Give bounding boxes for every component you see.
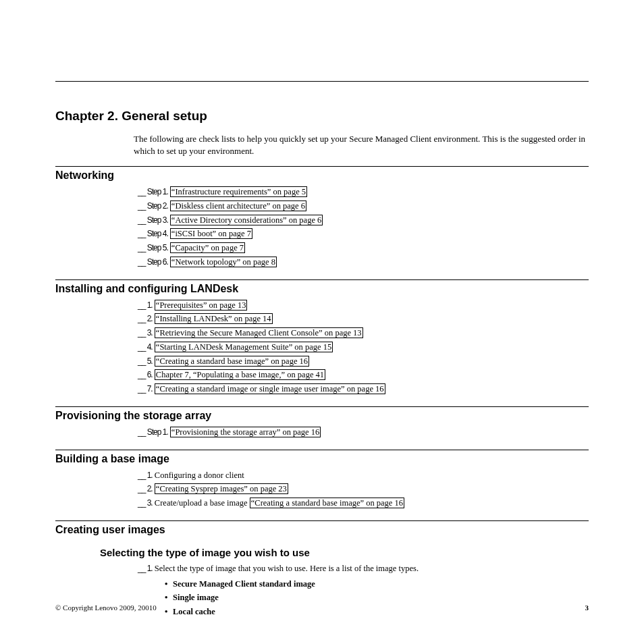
xref-link[interactable]: “Installing LANDesk” on page 14: [155, 313, 273, 324]
xref-link[interactable]: “Provisioning the storage array” on page…: [170, 427, 321, 437]
step-row: __ 2. “Installing LANDesk” on page 14: [138, 313, 589, 325]
step-row: __ 1. “Prerequisites” on page 13: [138, 299, 589, 312]
heading-landesk: Installing and configuring LANDesk: [55, 283, 589, 295]
building-steps: __ 1. Configuring a donor client __ 2. “…: [138, 469, 589, 510]
step-prefix: __ Step 6.: [138, 257, 168, 267]
xref-link[interactable]: “Active Directory considerations” on pag…: [170, 215, 323, 225]
xref-link[interactable]: “Prerequisites” on page 13: [155, 300, 248, 311]
page-number: 3: [585, 603, 589, 612]
bullet-item: •Single image: [165, 591, 589, 604]
step-prefix: __ 5.: [138, 356, 153, 366]
step-prefix: __ 1.: [138, 471, 153, 480]
step-prefix: __ Step 3.: [138, 215, 168, 225]
heading-creating: Creating user images: [55, 524, 589, 536]
step-row: __ Step 6. “Network topology” on page 8: [138, 256, 589, 269]
bullet-text: Single image: [173, 593, 219, 602]
step-prefix: __ 3.: [138, 498, 153, 508]
heading-provisioning: Provisioning the storage array: [55, 410, 589, 422]
xref-link[interactable]: “Retrieving the Secure Managed Client Co…: [155, 327, 363, 338]
section-rule: [55, 520, 589, 521]
step-prefix: __ 2.: [138, 484, 153, 493]
step-row: __ Step 2. “Diskless client architecture…: [138, 200, 589, 213]
section-rule: [55, 450, 589, 450]
step-row: __ Step 1. “Infrastructure requirements”…: [138, 186, 589, 198]
xref-link[interactable]: “Creating Sysprep images” on page 23: [155, 483, 288, 494]
networking-steps: __ Step 1. “Infrastructure requirements”…: [138, 186, 589, 269]
section-rule: [55, 166, 589, 167]
step-prefix: __ Step 1.: [138, 427, 168, 437]
xref-link[interactable]: “Creating a standard base image” on page…: [250, 498, 404, 508]
page-footer: © Copyright Lenovo 2009, 20010 3: [55, 603, 589, 612]
step-prefix: __ 6.: [138, 370, 153, 379]
xref-link[interactable]: “Starting LANDesk Management Suite” on p…: [155, 342, 333, 352]
landesk-steps: __ 1. “Prerequisites” on page 13 __ 2. “…: [138, 299, 589, 396]
xref-link[interactable]: “iSCSI boot” on page 7: [170, 228, 252, 239]
step-prefix: __ 1.: [138, 300, 153, 310]
list-item: __ 1. Select the type of image that you …: [138, 562, 589, 575]
xref-link[interactable]: Chapter 7, “Populating a base image,” on…: [155, 369, 325, 380]
step-row: __ 7. “Creating a standard image or sing…: [138, 383, 589, 396]
bullet-dot-icon: •: [165, 578, 173, 591]
heading-building: Building a base image: [55, 453, 589, 465]
bullet-dot-icon: •: [165, 591, 173, 604]
step-row: __ 3. Create/upload a base image “Creati…: [138, 497, 589, 510]
step-prefix: __ Step 5.: [138, 243, 168, 252]
xref-link[interactable]: “Diskless client architecture” on page 6: [170, 200, 306, 211]
bullet-item: •Secure Managed Client standard image: [165, 578, 589, 591]
step-text: Create/upload a base image: [155, 498, 250, 508]
provisioning-steps: __ Step 1. “Provisioning the storage arr…: [138, 426, 589, 439]
xref-link[interactable]: “Network topology” on page 8: [170, 257, 277, 267]
xref-link[interactable]: “Creating a standard base image” on page…: [155, 356, 309, 367]
step-row: __ 2. “Creating Sysprep images” on page …: [138, 483, 589, 495]
subheading-selecting: Selecting the type of image you wish to …: [100, 547, 589, 558]
xref-link[interactable]: “Infrastructure requirements” on page 5: [170, 186, 307, 197]
step-row: __ 5. “Creating a standard base image” o…: [138, 355, 589, 368]
step-text: Configuring a donor client: [155, 471, 244, 480]
step-row: __ 3. “Retrieving the Secure Managed Cli…: [138, 327, 589, 340]
item-text: Select the type of image that you wish t…: [155, 564, 419, 573]
step-prefix: __ 1.: [138, 564, 153, 573]
step-prefix: __ Step 4.: [138, 229, 168, 238]
xref-link[interactable]: “Capacity” on page 7: [170, 242, 245, 253]
intro-paragraph: The following are check lists to help yo…: [134, 133, 589, 157]
step-prefix: __ 4.: [138, 342, 153, 352]
step-prefix: __ 7.: [138, 384, 153, 394]
bullet-list: •Secure Managed Client standard image •S…: [165, 578, 589, 618]
section-rule: [55, 279, 589, 280]
chapter-title: Chapter 2. General setup: [55, 109, 589, 124]
copyright-text: © Copyright Lenovo 2009, 20010: [55, 603, 157, 612]
step-row: __ Step 5. “Capacity” on page 7: [138, 242, 589, 254]
xref-link[interactable]: “Creating a standard image or single ima…: [155, 383, 385, 394]
step-prefix: __ 3.: [138, 328, 153, 338]
top-rule: [55, 81, 589, 82]
step-prefix: __ Step 2.: [138, 201, 168, 211]
heading-networking: Networking: [55, 169, 589, 182]
step-row: __ 6. Chapter 7, “Populating a base imag…: [138, 369, 589, 381]
step-row: __ 1. Configuring a donor client: [138, 469, 589, 482]
step-row: __ Step 3. “Active Directory considerati…: [138, 214, 589, 227]
step-prefix: __ 2.: [138, 314, 153, 323]
step-row: __ Step 1. “Provisioning the storage arr…: [138, 426, 589, 439]
step-prefix: __ Step 1.: [138, 187, 168, 196]
step-row: __ Step 4. “iSCSI boot” on page 7: [138, 227, 589, 240]
bullet-text: Secure Managed Client standard image: [173, 579, 315, 589]
step-row: __ 4. “Starting LANDesk Management Suite…: [138, 341, 589, 354]
section-rule: [55, 406, 589, 407]
